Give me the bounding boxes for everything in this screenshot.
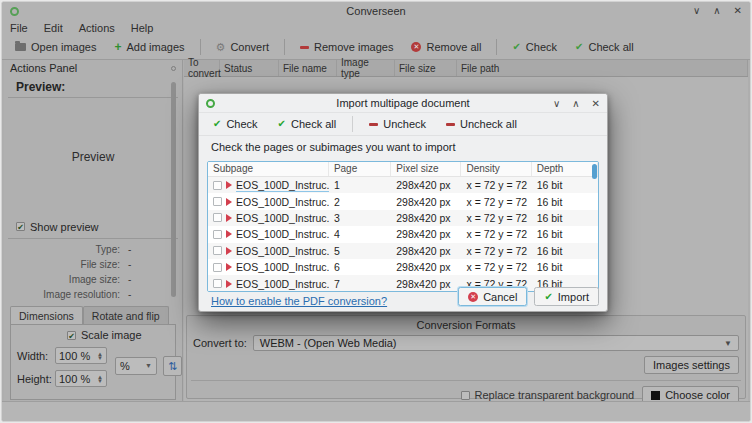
red-cancel-icon: ✕ (468, 292, 478, 302)
open-images-button[interactable]: Open images (8, 38, 103, 56)
cancel-button[interactable]: ✕ Cancel (458, 287, 527, 306)
gear-icon: ⚙ (216, 42, 226, 53)
dialog-caption: Check the pages or subimages you want to… (199, 136, 607, 157)
import-button[interactable]: ✔ Import (534, 287, 599, 306)
pdf-page-icon (226, 198, 232, 206)
red-minus-icon (369, 123, 378, 126)
convert-button[interactable]: ⚙ Convert (209, 38, 276, 56)
dialog-uncheck-all-label: Uncheck all (460, 118, 517, 130)
remove-images-label: Remove images (314, 41, 393, 53)
dialog-titlebar: Import multipage document ∨ ∧ ✕ (199, 94, 607, 113)
converseen-window: Converseen ∨ ∧ ✕ File Edit Actions Help … (1, 1, 751, 422)
row-checkbox-unchecked-icon[interactable] (213, 246, 222, 255)
col-subpage[interactable]: Subpage (208, 162, 329, 176)
check-all-label: Check all (588, 41, 633, 53)
check-all-button[interactable]: ✔ Check all (568, 38, 641, 56)
pdf-conversion-help-link[interactable]: How to enable the PDF conversion? (211, 295, 387, 307)
dialog-check-all-button[interactable]: ✔ Check all (270, 115, 345, 133)
spinner-arrows-icon[interactable]: ▲▼ (97, 352, 103, 360)
close-icon[interactable]: ✕ (734, 2, 742, 20)
width-spinner[interactable]: 100 % ▲▼ (55, 347, 107, 364)
open-folder-icon (15, 43, 26, 51)
col-file-size[interactable]: File size (395, 60, 457, 76)
pdf-page-icon (226, 280, 232, 288)
spinner-arrows-icon[interactable]: ▲▼ (97, 375, 103, 383)
menu-help[interactable]: Help (131, 22, 154, 34)
page-row[interactable]: EOS_100D_Instruc... 5 298x420 px x = 72 … (208, 243, 598, 259)
pixel-size: 298x420 px (391, 261, 461, 273)
tab-rotate-flip[interactable]: Rotate and flip (83, 306, 169, 324)
red-minus-icon (446, 123, 455, 126)
row-checkbox-unchecked-icon[interactable] (213, 263, 222, 272)
actions-panel: Actions Panel Preview: Preview Show prev… (4, 60, 183, 401)
page-number: 2 (329, 196, 391, 208)
tab-dimensions[interactable]: Dimensions (10, 306, 83, 324)
height-label: Height: (17, 373, 55, 385)
col-status[interactable]: Status (220, 60, 279, 76)
toolbar-separator (352, 116, 353, 132)
maximize-icon[interactable]: ∧ (713, 2, 720, 20)
row-checkbox-unchecked-icon[interactable] (213, 279, 222, 288)
minimize-icon[interactable]: ∨ (693, 2, 700, 20)
depth: 16 bit (532, 179, 598, 191)
dialog-uncheck-button[interactable]: Uncheck (361, 115, 434, 133)
titlebar: Converseen ∨ ∧ ✕ (2, 2, 750, 20)
page-row[interactable]: EOS_100D_Instruc... 3 298x420 px x = 72 … (208, 210, 598, 226)
page-row[interactable]: EOS_100D_Instruc... 4 298x420 px x = 72 … (208, 226, 598, 242)
col-to-convert[interactable]: To convert (184, 60, 220, 76)
images-settings-button[interactable]: Images settings (644, 356, 739, 374)
replace-background-checkbox[interactable]: Replace transparent background (461, 389, 635, 401)
row-checkbox-unchecked-icon[interactable] (213, 213, 222, 222)
menu-edit[interactable]: Edit (44, 22, 63, 34)
depth: 16 bit (532, 228, 598, 240)
menubar: File Edit Actions Help (2, 20, 750, 35)
col-page[interactable]: Page (329, 162, 391, 176)
dialog-minimize-icon[interactable]: ∨ (553, 98, 560, 109)
col-depth[interactable]: Depth (532, 162, 598, 176)
dialog-check-button[interactable]: ✔ Check (205, 115, 266, 133)
unit-combobox[interactable]: % ▼ (115, 357, 157, 375)
dialog-uncheck-all-button[interactable]: Uncheck all (438, 115, 525, 133)
link-dimensions-button[interactable]: ⇅ (163, 356, 182, 376)
page-row[interactable]: EOS_100D_Instruc... 6 298x420 px x = 72 … (208, 259, 598, 275)
col-file-path[interactable]: File path (457, 60, 748, 76)
dialog-toolbar: ✔ Check ✔ Check all Uncheck Uncheck all (199, 113, 607, 136)
row-checkbox-unchecked-icon[interactable] (213, 181, 222, 190)
panel-scrollbar[interactable] (171, 82, 176, 297)
unit-value: % (120, 360, 130, 372)
chevron-down-icon: ▼ (724, 339, 732, 348)
panel-float-icon[interactable] (171, 66, 176, 71)
cancel-label: Cancel (483, 291, 517, 303)
toolbar-separator (284, 39, 285, 55)
info-type-label: Type: (14, 244, 120, 255)
toolbar-separator (496, 39, 497, 55)
col-pixel-size[interactable]: Pixel size (391, 162, 461, 176)
page-row[interactable]: EOS_100D_Instruc... 1 298x420 px x = 72 … (208, 177, 598, 193)
pdf-page-icon (226, 230, 232, 238)
format-combobox[interactable]: WEBM - (Open Web Media) ▼ (253, 335, 739, 351)
scale-image-label: Scale image (81, 329, 142, 341)
remove-all-button[interactable]: ✕ Remove all (404, 38, 488, 56)
dialog-close-icon[interactable]: ✕ (592, 98, 600, 109)
row-checkbox-unchecked-icon[interactable] (213, 230, 222, 239)
menu-actions[interactable]: Actions (79, 22, 115, 34)
add-images-button[interactable]: + Add images (107, 38, 191, 56)
dialog-maximize-icon[interactable]: ∧ (572, 98, 579, 109)
show-preview-checkbox[interactable]: Show preview (16, 221, 98, 233)
menu-file[interactable]: File (10, 22, 28, 34)
page-row[interactable]: EOS_100D_Instruc... 2 298x420 px x = 72 … (208, 193, 598, 209)
depth: 16 bit (532, 245, 598, 257)
page-number: 7 (329, 278, 391, 290)
check-button[interactable]: ✔ Check (505, 38, 564, 56)
show-preview-label: Show preview (30, 221, 98, 233)
height-spinner[interactable]: 100 % ▲▼ (55, 370, 107, 387)
col-density[interactable]: Density (461, 162, 531, 176)
scale-image-checkbox[interactable]: Scale image (67, 329, 142, 341)
col-image-type[interactable]: Image type (337, 60, 395, 76)
table-scrollbar[interactable] (592, 164, 597, 179)
row-checkbox-unchecked-icon[interactable] (213, 197, 222, 206)
info-imagesize-label: Image size: (14, 274, 120, 285)
col-file-name[interactable]: File name (279, 60, 337, 76)
remove-images-button[interactable]: Remove images (293, 38, 400, 56)
preview-heading: Preview: (8, 76, 178, 98)
